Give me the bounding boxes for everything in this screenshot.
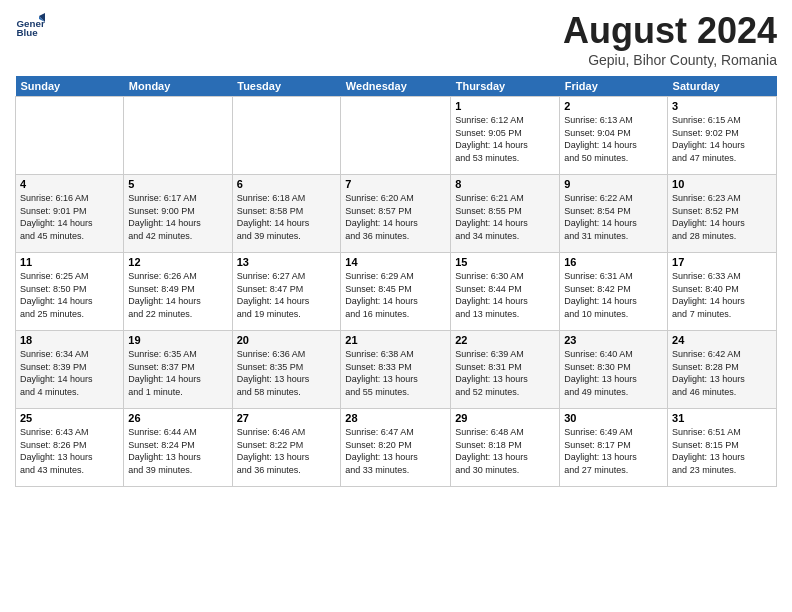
day-number: 29 bbox=[455, 412, 555, 424]
col-wednesday: Wednesday bbox=[341, 76, 451, 97]
day-number: 3 bbox=[672, 100, 772, 112]
day-number: 12 bbox=[128, 256, 227, 268]
day-cell: 9Sunrise: 6:22 AM Sunset: 8:54 PM Daylig… bbox=[560, 175, 668, 253]
day-info: Sunrise: 6:21 AM Sunset: 8:55 PM Dayligh… bbox=[455, 192, 555, 242]
day-number: 11 bbox=[20, 256, 119, 268]
day-number: 6 bbox=[237, 178, 337, 190]
day-number: 24 bbox=[672, 334, 772, 346]
day-info: Sunrise: 6:36 AM Sunset: 8:35 PM Dayligh… bbox=[237, 348, 337, 398]
day-number: 27 bbox=[237, 412, 337, 424]
day-cell: 11Sunrise: 6:25 AM Sunset: 8:50 PM Dayli… bbox=[16, 253, 124, 331]
day-number: 9 bbox=[564, 178, 663, 190]
day-info: Sunrise: 6:33 AM Sunset: 8:40 PM Dayligh… bbox=[672, 270, 772, 320]
col-tuesday: Tuesday bbox=[232, 76, 341, 97]
day-number: 5 bbox=[128, 178, 227, 190]
day-cell: 4Sunrise: 6:16 AM Sunset: 9:01 PM Daylig… bbox=[16, 175, 124, 253]
day-info: Sunrise: 6:25 AM Sunset: 8:50 PM Dayligh… bbox=[20, 270, 119, 320]
day-cell: 1Sunrise: 6:12 AM Sunset: 9:05 PM Daylig… bbox=[451, 97, 560, 175]
day-number: 28 bbox=[345, 412, 446, 424]
week-row-2: 11Sunrise: 6:25 AM Sunset: 8:50 PM Dayli… bbox=[16, 253, 777, 331]
day-cell: 7Sunrise: 6:20 AM Sunset: 8:57 PM Daylig… bbox=[341, 175, 451, 253]
month-title: August 2024 bbox=[563, 10, 777, 52]
day-cell: 29Sunrise: 6:48 AM Sunset: 8:18 PM Dayli… bbox=[451, 409, 560, 487]
day-cell: 31Sunrise: 6:51 AM Sunset: 8:15 PM Dayli… bbox=[668, 409, 777, 487]
day-number: 8 bbox=[455, 178, 555, 190]
col-friday: Friday bbox=[560, 76, 668, 97]
day-number: 21 bbox=[345, 334, 446, 346]
day-cell: 28Sunrise: 6:47 AM Sunset: 8:20 PM Dayli… bbox=[341, 409, 451, 487]
day-info: Sunrise: 6:13 AM Sunset: 9:04 PM Dayligh… bbox=[564, 114, 663, 164]
day-number: 30 bbox=[564, 412, 663, 424]
day-cell: 16Sunrise: 6:31 AM Sunset: 8:42 PM Dayli… bbox=[560, 253, 668, 331]
day-cell: 27Sunrise: 6:46 AM Sunset: 8:22 PM Dayli… bbox=[232, 409, 341, 487]
logo: General Blue bbox=[15, 10, 45, 40]
day-cell: 24Sunrise: 6:42 AM Sunset: 8:28 PM Dayli… bbox=[668, 331, 777, 409]
logo-icon: General Blue bbox=[15, 10, 45, 40]
col-monday: Monday bbox=[124, 76, 232, 97]
day-cell: 2Sunrise: 6:13 AM Sunset: 9:04 PM Daylig… bbox=[560, 97, 668, 175]
day-cell: 15Sunrise: 6:30 AM Sunset: 8:44 PM Dayli… bbox=[451, 253, 560, 331]
day-cell: 22Sunrise: 6:39 AM Sunset: 8:31 PM Dayli… bbox=[451, 331, 560, 409]
day-info: Sunrise: 6:38 AM Sunset: 8:33 PM Dayligh… bbox=[345, 348, 446, 398]
day-info: Sunrise: 6:23 AM Sunset: 8:52 PM Dayligh… bbox=[672, 192, 772, 242]
col-thursday: Thursday bbox=[451, 76, 560, 97]
day-info: Sunrise: 6:48 AM Sunset: 8:18 PM Dayligh… bbox=[455, 426, 555, 476]
col-saturday: Saturday bbox=[668, 76, 777, 97]
day-cell: 30Sunrise: 6:49 AM Sunset: 8:17 PM Dayli… bbox=[560, 409, 668, 487]
day-info: Sunrise: 6:35 AM Sunset: 8:37 PM Dayligh… bbox=[128, 348, 227, 398]
day-number: 2 bbox=[564, 100, 663, 112]
day-cell: 25Sunrise: 6:43 AM Sunset: 8:26 PM Dayli… bbox=[16, 409, 124, 487]
day-info: Sunrise: 6:51 AM Sunset: 8:15 PM Dayligh… bbox=[672, 426, 772, 476]
day-cell: 13Sunrise: 6:27 AM Sunset: 8:47 PM Dayli… bbox=[232, 253, 341, 331]
day-info: Sunrise: 6:26 AM Sunset: 8:49 PM Dayligh… bbox=[128, 270, 227, 320]
col-sunday: Sunday bbox=[16, 76, 124, 97]
day-info: Sunrise: 6:40 AM Sunset: 8:30 PM Dayligh… bbox=[564, 348, 663, 398]
day-number: 23 bbox=[564, 334, 663, 346]
day-info: Sunrise: 6:30 AM Sunset: 8:44 PM Dayligh… bbox=[455, 270, 555, 320]
day-cell: 18Sunrise: 6:34 AM Sunset: 8:39 PM Dayli… bbox=[16, 331, 124, 409]
week-row-0: 1Sunrise: 6:12 AM Sunset: 9:05 PM Daylig… bbox=[16, 97, 777, 175]
day-info: Sunrise: 6:47 AM Sunset: 8:20 PM Dayligh… bbox=[345, 426, 446, 476]
calendar-page: General Blue August 2024 Gepiu, Bihor Co… bbox=[0, 0, 792, 612]
day-info: Sunrise: 6:43 AM Sunset: 8:26 PM Dayligh… bbox=[20, 426, 119, 476]
title-block: August 2024 Gepiu, Bihor County, Romania bbox=[563, 10, 777, 68]
day-info: Sunrise: 6:16 AM Sunset: 9:01 PM Dayligh… bbox=[20, 192, 119, 242]
day-number: 4 bbox=[20, 178, 119, 190]
day-number: 13 bbox=[237, 256, 337, 268]
day-info: Sunrise: 6:20 AM Sunset: 8:57 PM Dayligh… bbox=[345, 192, 446, 242]
day-cell: 3Sunrise: 6:15 AM Sunset: 9:02 PM Daylig… bbox=[668, 97, 777, 175]
week-row-1: 4Sunrise: 6:16 AM Sunset: 9:01 PM Daylig… bbox=[16, 175, 777, 253]
day-cell bbox=[16, 97, 124, 175]
day-number: 15 bbox=[455, 256, 555, 268]
day-number: 31 bbox=[672, 412, 772, 424]
day-cell bbox=[232, 97, 341, 175]
day-cell: 23Sunrise: 6:40 AM Sunset: 8:30 PM Dayli… bbox=[560, 331, 668, 409]
day-number: 14 bbox=[345, 256, 446, 268]
day-info: Sunrise: 6:15 AM Sunset: 9:02 PM Dayligh… bbox=[672, 114, 772, 164]
day-number: 25 bbox=[20, 412, 119, 424]
calendar-table: Sunday Monday Tuesday Wednesday Thursday… bbox=[15, 76, 777, 487]
day-info: Sunrise: 6:22 AM Sunset: 8:54 PM Dayligh… bbox=[564, 192, 663, 242]
day-cell: 17Sunrise: 6:33 AM Sunset: 8:40 PM Dayli… bbox=[668, 253, 777, 331]
svg-text:Blue: Blue bbox=[17, 27, 39, 38]
day-info: Sunrise: 6:27 AM Sunset: 8:47 PM Dayligh… bbox=[237, 270, 337, 320]
day-info: Sunrise: 6:34 AM Sunset: 8:39 PM Dayligh… bbox=[20, 348, 119, 398]
day-info: Sunrise: 6:31 AM Sunset: 8:42 PM Dayligh… bbox=[564, 270, 663, 320]
day-number: 19 bbox=[128, 334, 227, 346]
day-info: Sunrise: 6:39 AM Sunset: 8:31 PM Dayligh… bbox=[455, 348, 555, 398]
day-number: 16 bbox=[564, 256, 663, 268]
day-cell bbox=[341, 97, 451, 175]
day-info: Sunrise: 6:18 AM Sunset: 8:58 PM Dayligh… bbox=[237, 192, 337, 242]
day-cell: 8Sunrise: 6:21 AM Sunset: 8:55 PM Daylig… bbox=[451, 175, 560, 253]
day-number: 1 bbox=[455, 100, 555, 112]
day-cell: 21Sunrise: 6:38 AM Sunset: 8:33 PM Dayli… bbox=[341, 331, 451, 409]
day-cell: 19Sunrise: 6:35 AM Sunset: 8:37 PM Dayli… bbox=[124, 331, 232, 409]
day-info: Sunrise: 6:44 AM Sunset: 8:24 PM Dayligh… bbox=[128, 426, 227, 476]
day-cell: 10Sunrise: 6:23 AM Sunset: 8:52 PM Dayli… bbox=[668, 175, 777, 253]
day-info: Sunrise: 6:17 AM Sunset: 9:00 PM Dayligh… bbox=[128, 192, 227, 242]
day-cell: 6Sunrise: 6:18 AM Sunset: 8:58 PM Daylig… bbox=[232, 175, 341, 253]
day-cell: 12Sunrise: 6:26 AM Sunset: 8:49 PM Dayli… bbox=[124, 253, 232, 331]
header: General Blue August 2024 Gepiu, Bihor Co… bbox=[15, 10, 777, 68]
day-info: Sunrise: 6:46 AM Sunset: 8:22 PM Dayligh… bbox=[237, 426, 337, 476]
day-number: 22 bbox=[455, 334, 555, 346]
